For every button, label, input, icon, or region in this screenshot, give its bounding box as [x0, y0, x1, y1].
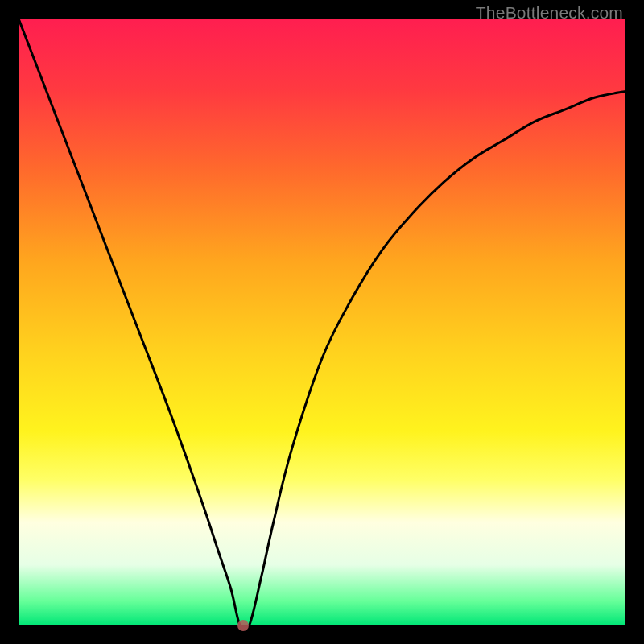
bottleneck-curve — [19, 19, 625, 625]
curve-svg — [19, 19, 625, 625]
chart-container: TheBottleneck.com — [0, 0, 644, 644]
minimum-marker-dot — [237, 620, 249, 631]
plot-area — [19, 19, 625, 625]
